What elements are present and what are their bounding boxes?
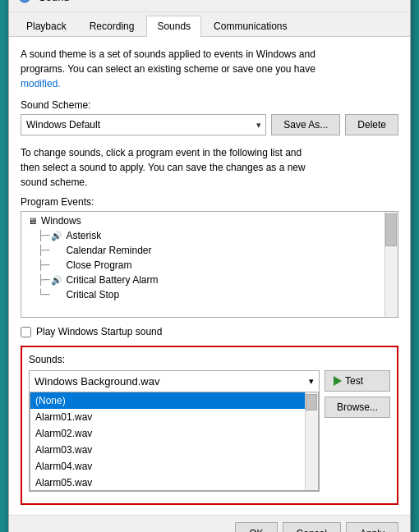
tab-recording[interactable]: Recording (79, 16, 145, 36)
ok-button[interactable]: OK (235, 522, 277, 532)
dialog-footer: OK Cancel Apply (9, 515, 410, 532)
startup-row: Play Windows Startup sound (21, 326, 398, 337)
events-list[interactable]: 🖥 Windows ├─ 🔊 Asterisk ├─ Calendar Remi… (21, 211, 398, 318)
list-item[interactable]: ├─ Close Program (21, 258, 398, 273)
test-button[interactable]: Test (325, 370, 390, 392)
events-inner: 🖥 Windows ├─ 🔊 Asterisk ├─ Calendar Remi… (21, 212, 398, 304)
dropdown-scroll-thumb[interactable] (306, 394, 317, 410)
list-item[interactable]: ├─ 🔊 Asterisk (21, 228, 398, 243)
startup-checkbox[interactable] (21, 327, 31, 337)
scrollbar[interactable] (384, 212, 398, 317)
sounds-label: Sounds: (29, 354, 390, 365)
sound-dialog: Sound ✕ Playback Recording Sounds Commun… (8, 0, 411, 532)
dropdown-current-value: Windows Background.wav (35, 375, 159, 388)
dropdown-scrollbar[interactable] (305, 392, 318, 490)
browse-button[interactable]: Browse... (325, 397, 390, 418)
dropdown-item[interactable]: Alarm05.wav (30, 475, 318, 491)
dialog-title: Sound (39, 0, 380, 3)
dropdown-item[interactable]: Alarm04.wav (30, 458, 318, 475)
scheme-row: Windows Default Save As... Delete (21, 114, 398, 135)
tab-playback[interactable]: Playback (16, 16, 77, 36)
dropdown-item[interactable]: (None) (30, 392, 318, 409)
chevron-down-icon: ▾ (309, 376, 314, 387)
sound-scheme-label: Sound Scheme: (21, 99, 398, 111)
tree-line: ├─ (38, 259, 49, 271)
speaker-icon: 🔊 (51, 230, 62, 241)
play-icon (334, 376, 342, 386)
tree-line: └─ (38, 289, 49, 300)
startup-label: Play Windows Startup sound (36, 326, 162, 337)
list-item[interactable]: └─ Critical Stop (21, 287, 398, 302)
tab-communications[interactable]: Communications (203, 16, 297, 36)
sounds-section: Sounds: Windows Background.wav ▾ (None) … (21, 346, 398, 505)
folder-icon: 🖥 (26, 215, 38, 227)
close-button[interactable]: ✕ (380, 0, 400, 7)
delete-button[interactable]: Delete (345, 114, 398, 135)
modified-link[interactable]: modified. (21, 78, 61, 89)
dropdown-item[interactable]: Alarm03.wav (30, 442, 318, 458)
tree-line: ├─ (38, 230, 49, 241)
dropdown-header[interactable]: Windows Background.wav ▾ (30, 371, 319, 392)
description-text: A sound theme is a set of sounds applied… (21, 47, 398, 91)
tabs-bar: Playback Recording Sounds Communications (9, 12, 410, 37)
scroll-thumb[interactable] (385, 213, 397, 246)
change-description: To change sounds, click a program event … (21, 145, 398, 190)
sound-scheme-select[interactable]: Windows Default (21, 114, 266, 135)
tree-line: ├─ (38, 245, 49, 256)
title-bar: Sound ✕ (9, 0, 410, 12)
tab-sounds[interactable]: Sounds (146, 16, 201, 37)
list-item[interactable]: 🖥 Windows (21, 213, 398, 228)
sounds-buttons: Test Browse... (325, 370, 390, 418)
sounds-controls: Windows Background.wav ▾ (None) Alarm01.… (29, 370, 390, 492)
dropdown-list[interactable]: (None) Alarm01.wav Alarm02.wav Alarm03.w… (30, 392, 319, 491)
speaker-icon: 🔊 (51, 274, 62, 286)
cancel-button[interactable]: Cancel (283, 522, 341, 532)
save-as-button[interactable]: Save As... (271, 114, 340, 135)
list-item[interactable]: ├─ Calendar Reminder (21, 243, 398, 258)
tree-line: ├─ (38, 274, 49, 286)
dropdown-item[interactable]: Alarm01.wav (30, 409, 318, 425)
list-item[interactable]: ├─ 🔊 Critical Battery Alarm (21, 273, 398, 287)
apply-button[interactable]: Apply (346, 522, 398, 532)
sound-app-icon (17, 0, 32, 4)
program-events-label: Program Events: (21, 196, 398, 208)
sounds-dropdown[interactable]: Windows Background.wav ▾ (None) Alarm01.… (29, 370, 320, 492)
dropdown-item[interactable]: Alarm02.wav (30, 425, 318, 442)
svg-point-0 (19, 0, 30, 2)
tab-content: A sound theme is a set of sounds applied… (9, 37, 410, 515)
scheme-select-wrapper: Windows Default (21, 114, 266, 135)
